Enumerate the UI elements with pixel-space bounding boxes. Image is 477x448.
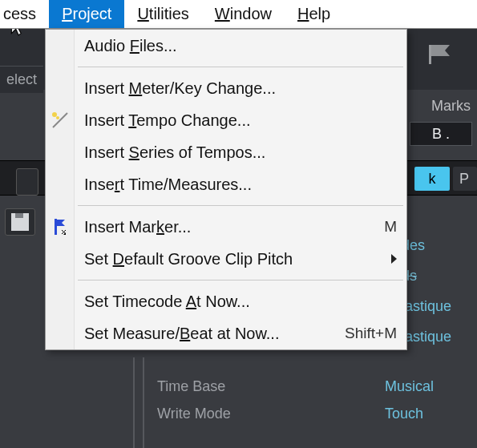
tab-k[interactable]: k xyxy=(414,167,450,191)
menu-insert-time[interactable]: Insert Time/Measures... xyxy=(46,168,406,200)
menu-set-timecode[interactable]: Set Timecode At Now... xyxy=(46,285,406,317)
menubar-item-utilities[interactable]: Utilities xyxy=(124,0,201,28)
param-label: Time Base xyxy=(157,378,231,406)
clip-icon[interactable] xyxy=(16,168,38,196)
menu-insert-tempo-series[interactable]: Insert Series of Tempos... xyxy=(46,136,406,168)
param-values: Musical Touch xyxy=(385,378,434,433)
menubar-item-window[interactable]: Window xyxy=(202,0,285,28)
menu-item-label: Insert Tempo Change... xyxy=(84,111,251,130)
menu-item-label: Insert Series of Tempos... xyxy=(84,143,265,162)
menubar-item-process[interactable]: cess xyxy=(0,0,49,28)
tab-p[interactable]: P xyxy=(453,167,477,191)
floppy-icon xyxy=(11,213,29,231)
param-value[interactable]: Musical xyxy=(385,378,434,406)
menu-insert-tempo[interactable]: Insert Tempo Change... xyxy=(46,104,406,136)
menu-item-label: Insert Meter/Key Change... xyxy=(84,79,276,98)
tool-select-label: elect xyxy=(0,66,43,93)
menu-audio-files[interactable]: Audio Files... xyxy=(46,30,406,62)
clip-prop-value[interactable]: lastique xyxy=(402,298,477,319)
menu-item-label: Audio Files... xyxy=(84,37,177,55)
menu-shortcut: M xyxy=(384,218,397,236)
clip-prop-values: des ds lastique lastique xyxy=(402,237,477,349)
menu-item-label: Set Timecode At Now... xyxy=(84,293,250,311)
submenu-arrow-icon xyxy=(391,254,397,264)
clip-prop-value[interactable]: lastique xyxy=(402,329,477,349)
menu-insert-meterkey[interactable]: Insert Meter/Key Change... xyxy=(46,72,406,104)
clip-prop-value[interactable]: des xyxy=(402,237,477,258)
menu-separator xyxy=(78,67,403,67)
param-value[interactable]: Touch xyxy=(385,406,434,433)
menu-set-default-groove-pitch[interactable]: Set Default Groove Clip Pitch xyxy=(46,243,406,275)
divider xyxy=(133,357,135,448)
menubar-item-project[interactable]: Project xyxy=(49,0,124,28)
menu-set-measure-beat[interactable]: Set Measure/Beat at Now...Shift+M xyxy=(46,317,406,349)
divider xyxy=(143,357,144,448)
menu-item-label: Set Measure/Beat at Now... xyxy=(84,325,279,343)
menu-insert-marker[interactable]: Insert Marker...M xyxy=(46,211,406,243)
param-label: Write Mode xyxy=(157,406,231,433)
menubar: cess Project Utilities Window Help xyxy=(0,0,477,29)
markers-flag-icon xyxy=(427,42,459,66)
svg-rect-3 xyxy=(55,219,57,235)
menu-shortcut: Shift+M xyxy=(345,325,397,342)
save-button[interactable] xyxy=(5,208,35,236)
menu-separator xyxy=(78,205,403,206)
menu-item-label: Insert Time/Measures... xyxy=(84,176,252,194)
svg-point-2 xyxy=(56,116,59,119)
markers-value-box[interactable]: B . xyxy=(410,122,472,146)
menu-item-label: Set Default Groove Clip Pitch xyxy=(84,250,293,268)
project-menu-dropdown: Audio Files...Insert Meter/Key Change...… xyxy=(45,29,407,350)
menu-separator xyxy=(78,280,403,281)
svg-point-1 xyxy=(52,112,57,117)
svg-rect-0 xyxy=(429,45,431,64)
tempo-icon xyxy=(51,111,70,130)
menu-item-label: Insert Marker... xyxy=(84,218,191,236)
menubar-item-help[interactable]: Help xyxy=(285,0,343,28)
marker-icon xyxy=(51,217,70,236)
markers-label: Marks xyxy=(431,98,471,115)
clip-prop-value[interactable]: ds xyxy=(402,268,477,289)
param-labels: Time Base Write Mode xyxy=(157,378,231,433)
